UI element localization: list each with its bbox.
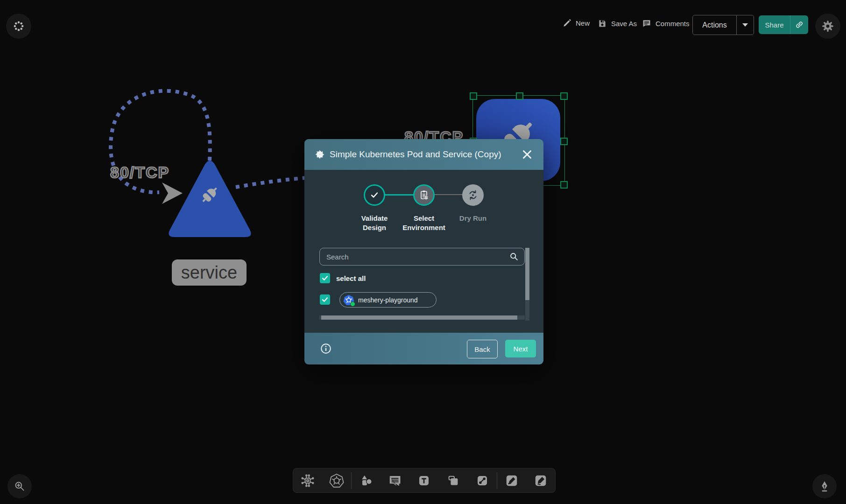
edge-port-label: 80/TCP xyxy=(110,163,169,182)
back-button[interactable]: Back xyxy=(467,340,498,358)
media-tool-icon xyxy=(446,474,460,488)
selection-handle[interactable] xyxy=(560,92,568,100)
kubernetes-logo-wrap xyxy=(343,294,354,306)
share-button[interactable]: Share xyxy=(759,15,790,34)
share-button-label: Share xyxy=(765,21,783,29)
tool-link[interactable] xyxy=(468,469,497,492)
comments-button-label: Comments xyxy=(656,20,690,28)
actions-split-button[interactable]: Actions xyxy=(692,15,754,35)
environment-name: meshery-playground xyxy=(358,296,418,304)
search-input[interactable] xyxy=(319,248,525,266)
selection-handle[interactable] xyxy=(516,92,523,100)
info-icon[interactable] xyxy=(320,343,332,355)
vertical-scrollbar-thumb[interactable] xyxy=(525,248,529,300)
link-tool-icon xyxy=(475,474,489,488)
save-as-button-label: Save As xyxy=(611,20,637,28)
meshery-design-canvas: { "topbar": { "new": "New", "save_as": "… xyxy=(0,0,846,504)
horizontal-scrollbar[interactable] xyxy=(319,315,525,320)
shapes-icon xyxy=(359,473,374,488)
share-split-button[interactable]: Share xyxy=(759,15,808,34)
selection-handle[interactable] xyxy=(560,181,568,189)
environment-checkbox[interactable] xyxy=(320,294,330,305)
comment-tool-icon xyxy=(388,474,402,488)
environment-search xyxy=(319,248,525,266)
tools-dock xyxy=(293,468,556,493)
zoom-in-icon xyxy=(14,480,26,492)
app-spinner-button[interactable] xyxy=(6,14,31,39)
next-button-label: Next xyxy=(514,345,528,353)
clipboard-gear-icon xyxy=(418,189,430,201)
step-label-select-environment: Select Environment xyxy=(398,214,450,232)
deploy-modal: Simple Kubernetes Pod and Service (Copy) xyxy=(304,139,543,364)
selection-handle[interactable] xyxy=(470,92,477,100)
modal-footer: Back Next xyxy=(304,333,543,364)
edge-pen-icon xyxy=(505,474,519,488)
component-library-icon xyxy=(300,473,315,488)
horizontal-scrollbar-thumb[interactable] xyxy=(321,315,517,320)
actions-button[interactable]: Actions xyxy=(693,15,736,35)
tool-edge-pen[interactable] xyxy=(497,469,526,492)
settings-button[interactable] xyxy=(815,14,840,39)
pen-nib-icon xyxy=(818,480,831,492)
step-select-environment[interactable] xyxy=(413,184,435,206)
copy-link-button[interactable] xyxy=(790,15,808,34)
stepper-connector-done xyxy=(385,194,414,196)
spinner-icon xyxy=(13,20,25,32)
step-validate-design[interactable] xyxy=(364,184,385,206)
modal-title: Simple Kubernetes Pod and Service (Copy) xyxy=(330,149,501,160)
stepper-connector-pending xyxy=(434,194,463,195)
search-icon xyxy=(509,252,519,262)
vertical-scrollbar[interactable] xyxy=(525,248,529,321)
kubernetes-icon xyxy=(329,473,344,488)
comments-button[interactable]: Comments xyxy=(642,19,690,28)
check-icon xyxy=(369,190,380,200)
meshery-logo-icon xyxy=(314,148,326,161)
tool-freehand-pen[interactable] xyxy=(526,469,555,492)
new-button[interactable]: New xyxy=(563,19,590,28)
comment-icon xyxy=(642,19,651,28)
connection-status-dot xyxy=(350,301,355,307)
actions-button-label: Actions xyxy=(702,21,726,29)
next-button[interactable]: Next xyxy=(505,340,536,357)
check-icon xyxy=(321,274,329,282)
tool-component-library[interactable] xyxy=(293,469,322,492)
save-as-button[interactable]: Save As xyxy=(598,19,637,28)
pen-mode-button[interactable] xyxy=(812,474,837,498)
floppy-icon xyxy=(598,19,607,28)
new-button-label: New xyxy=(576,19,590,27)
tool-text[interactable] xyxy=(409,469,438,492)
zoom-button[interactable] xyxy=(7,474,32,498)
node-service-triangle[interactable] xyxy=(164,154,255,243)
modal-header: Simple Kubernetes Pod and Service (Copy) xyxy=(304,139,543,170)
sync-gear-icon xyxy=(467,189,479,201)
node-service-label: service xyxy=(172,259,247,286)
selection-handle[interactable] xyxy=(560,138,568,145)
tool-comment[interactable] xyxy=(381,469,409,492)
freehand-pen-icon xyxy=(534,474,548,488)
pencil-icon xyxy=(563,19,571,28)
tool-kubernetes[interactable] xyxy=(322,469,351,492)
back-button-label: Back xyxy=(474,345,490,353)
step-label-dry-run: Dry Run xyxy=(447,214,499,223)
check-icon xyxy=(321,296,329,303)
tool-shapes[interactable] xyxy=(352,469,381,492)
step-dry-run xyxy=(462,184,484,206)
close-icon[interactable] xyxy=(521,148,533,161)
environment-chip[interactable]: meshery-playground xyxy=(339,292,437,308)
text-tool-icon xyxy=(417,474,431,488)
gear-icon xyxy=(821,19,835,33)
select-all-label: select all xyxy=(336,274,366,282)
actions-dropdown-button[interactable] xyxy=(736,15,754,35)
caret-down-icon xyxy=(742,23,748,27)
step-label-validate-design: Validate Design xyxy=(349,214,400,232)
link-icon xyxy=(795,20,804,29)
tool-media[interactable] xyxy=(439,469,468,492)
select-all-checkbox[interactable] xyxy=(320,273,330,283)
